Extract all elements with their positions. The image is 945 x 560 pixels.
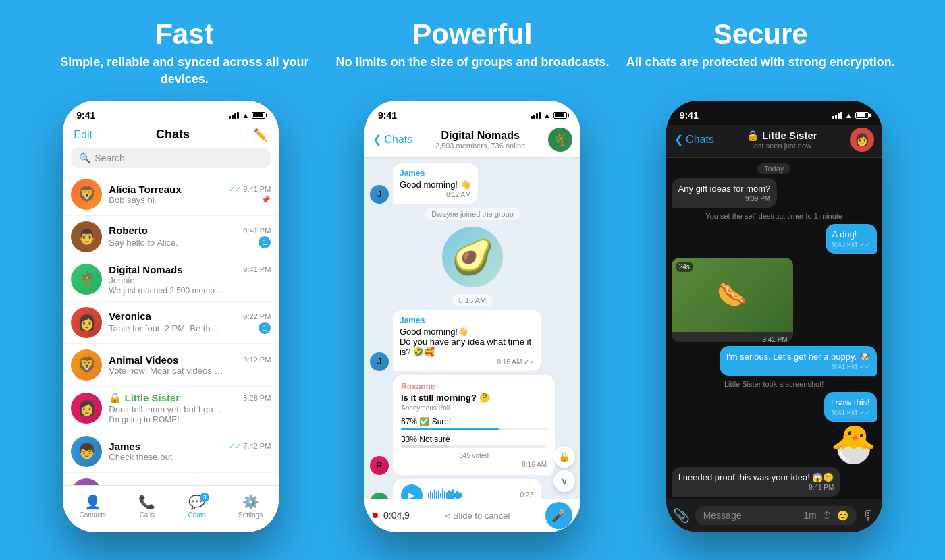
dark-msg-gift: Any gift ideas for mom? 9:39 PM [672, 178, 778, 208]
phone2-time: 9:41 [378, 110, 397, 121]
chat-item-0[interactable]: 🦁 Alicia Torreaux ✓✓ 9:41 PM Bob says hi… [63, 173, 279, 216]
phones-row: 9:41 ▲ Edit Chats ✏️ [0, 101, 945, 560]
timer-icon: ⏱ [822, 510, 832, 521]
time-8-15: 8:15 AM [452, 294, 493, 306]
chat-avatar-3: 👩 [71, 307, 102, 338]
chat-avatar-1: 👨 [71, 221, 102, 252]
edit-button[interactable]: Edit [74, 129, 92, 141]
attach-icon[interactable]: 📎 [673, 507, 690, 524]
date-header: Today [757, 163, 790, 174]
nav-chats[interactable]: 💬 3 Chats [188, 494, 206, 519]
phone3-screen: 9:41 ▲ ❮ Chats 🔒 Little Sister [666, 101, 882, 532]
dark-msg-dog: A dog! 9:40 PM ✓✓ [826, 224, 877, 254]
calls-icon: 📞 [138, 494, 155, 510]
powerful-title: Powerful [329, 19, 617, 50]
bottom-nav: 👤 Contacts 📞 Calls 💬 3 Chats ⚙️ Setti [63, 485, 279, 532]
poll-option-1: 67% ✅ Sure! [401, 417, 547, 430]
dark-chat-name: 🔒 Little Sister [720, 130, 844, 142]
chats-header: Edit Chats ✏️ [63, 125, 279, 148]
chat-item-5[interactable]: 👩 🔒 Little Sister 8:28 PM Don't tell mom… [63, 387, 279, 430]
signal-icon [229, 112, 239, 119]
phone1-screen: 9:41 ▲ Edit Chats ✏️ [63, 101, 279, 532]
scroll-down-button[interactable]: ∨ [554, 470, 575, 492]
input-placeholder: Message [703, 510, 742, 521]
chat-info-2: Digital Nomads 9:41 PM JennieWe just rea… [109, 264, 271, 296]
sticker-avocado: 🥑 [370, 224, 575, 290]
dark-chat-info: 🔒 Little Sister last seen just now [720, 130, 844, 150]
chats-badge-container: 💬 3 [188, 494, 205, 510]
secure-column: Secure All chats are protected with stro… [616, 19, 905, 71]
phone1-status-icons: ▲ [229, 111, 265, 119]
phone1-time: 9:41 [76, 110, 95, 121]
dark-msg-saw: I saw this! 9:41 PM ✓✓ [824, 392, 877, 422]
chats-badge: 3 [200, 493, 209, 502]
roxanne-avatar: R [370, 456, 389, 475]
phone-secure: 9:41 ▲ ❮ Chats 🔒 Little Sister [666, 101, 882, 532]
chat-item-3[interactable]: 👩 Veronica 9:22 PM Table for four, 2 PM.… [63, 302, 279, 344]
poll-votes: 345 voted [401, 452, 547, 459]
recording-time: 0:04,9 [383, 510, 410, 521]
settings-icon: ⚙️ [242, 494, 259, 510]
recording-dot [373, 513, 378, 518]
sticker-chick: 🐣 [830, 426, 877, 463]
wifi-icon2: ▲ [543, 111, 551, 119]
powerful-column: Powerful No limits on the size of groups… [329, 19, 617, 71]
poll-option-2: 33% Not sure [401, 435, 547, 448]
chat-info-4: Animal Videos 9:12 PM Vote now! Moar cat… [109, 354, 271, 376]
battery-icon3 [855, 112, 869, 119]
phone2-status-icons: ▲ [531, 111, 567, 119]
nav-calls-label: Calls [140, 511, 155, 519]
compose-button[interactable]: ✏️ [253, 128, 268, 142]
scroll-lock-button[interactable]: 🔒 [554, 446, 575, 468]
dark-chat-header: ❮ Chats 🔒 Little Sister last seen just n… [666, 125, 882, 158]
dark-msg-proof: I needed proof this was your idea! 😱🤫 9:… [672, 467, 841, 497]
search-bar[interactable]: 🔍 Search [71, 148, 271, 168]
nav-settings[interactable]: ⚙️ Settings [238, 494, 263, 519]
group-name: Digital Nomads [418, 130, 543, 142]
recording-bar: 0:04,9 < Slide to cancel 🎤 [364, 499, 580, 532]
slide-to-cancel: < Slide to cancel [415, 511, 540, 521]
nav-contacts[interactable]: 👤 Contacts [79, 494, 105, 519]
james-avatar: J [370, 185, 389, 204]
nav-contacts-label: Contacts [79, 511, 105, 519]
msg-james-1: J James Good morning! 👋 8:12 AM [370, 163, 575, 204]
powerful-subtitle: No limits on the size of groups and broa… [329, 54, 617, 71]
chat-avatar-4: 🦁 [71, 349, 102, 381]
dark-system-screenshot: Little Sister took a screenshot! [724, 380, 824, 388]
dark-messages: Today Any gift ideas for mom? 9:39 PM Yo… [666, 158, 882, 502]
battery-icon [252, 112, 265, 119]
nav-settings-label: Settings [238, 511, 263, 519]
nav-calls[interactable]: 📞 Calls [138, 494, 155, 519]
group-info: Digital Nomads 2,503 members, 736 online [418, 130, 543, 150]
poll-bubble: Roxanne Is it still morning? 🤔 Anonymous… [393, 375, 555, 475]
search-placeholder: Search [94, 152, 124, 163]
chat-info-0: Alicia Torreaux ✓✓ 9:41 PM Bob says hi. … [109, 184, 271, 205]
chat-avatar-5: 👩 [71, 393, 102, 424]
msg-bubble-james-1: James Good morning! 👋 8:12 AM [393, 163, 478, 204]
contacts-icon: 👤 [84, 494, 101, 510]
chat-avatar-0: 🦁 [71, 179, 102, 210]
dark-chat-sub: last seen just now [720, 142, 844, 150]
dark-system-timer: You set the self-destruct timer to 1 min… [705, 212, 842, 220]
battery-icon2 [554, 112, 567, 119]
scroll-buttons: 🔒 ∨ [554, 446, 575, 492]
messages-area: J James Good morning! 👋 8:12 AM Dwayne j… [364, 158, 580, 502]
fast-subtitle: Simple, reliable and synced across all y… [40, 54, 329, 88]
chats-title: Chats [156, 128, 190, 142]
secure-subtitle: All chats are protected with strong encr… [616, 54, 905, 71]
dark-message-input[interactable]: Message 1m ⏱ 😊 [695, 506, 857, 525]
chat-item-1[interactable]: 👨 Roberto 9:41 PM Say hello to Alice. 1 [63, 216, 279, 258]
signal-icon3 [832, 112, 842, 119]
back-button[interactable]: ❮ Chats [373, 133, 412, 146]
wifi-icon3: ▲ [845, 111, 853, 119]
voice-duration: 0:22 [520, 491, 533, 499]
group-chat-header: ❮ Chats Digital Nomads 2,503 members, 73… [364, 125, 580, 158]
chat-item-6[interactable]: 👦 James ✓✓ 7:42 PM Check these out [63, 430, 279, 473]
phone3-time: 9:41 [680, 110, 699, 121]
dark-mic-button[interactable]: 🎙 [862, 508, 875, 524]
dark-back-button[interactable]: ❮ Chats [674, 133, 714, 146]
chat-item-4[interactable]: 🦁 Animal Videos 9:12 PM Vote now! Moar c… [63, 344, 279, 387]
microphone-button[interactable]: 🎤 [545, 502, 572, 529]
phone2-notch [432, 101, 513, 119]
chat-item-2[interactable]: 🌴 Digital Nomads 9:41 PM JennieWe just r… [63, 258, 279, 302]
